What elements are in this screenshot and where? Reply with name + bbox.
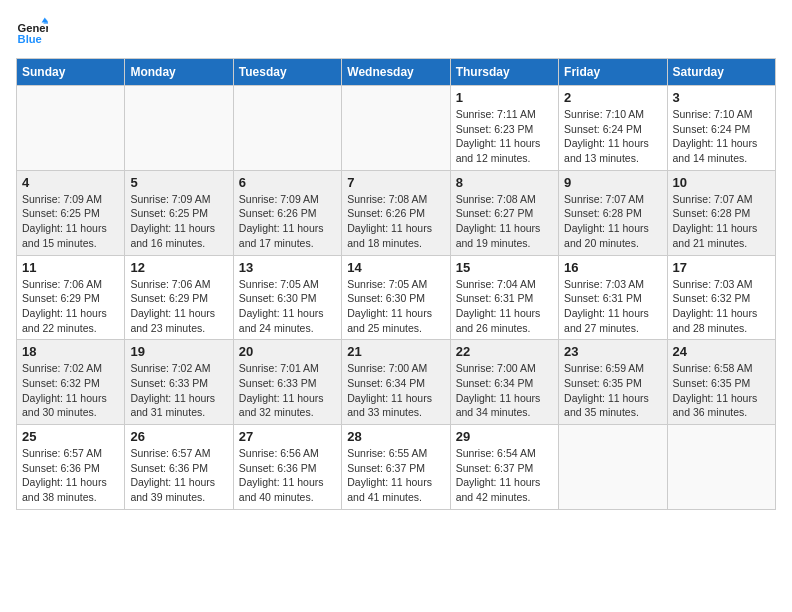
day-number: 18: [22, 344, 119, 359]
day-info: Sunrise: 7:06 AM Sunset: 6:29 PM Dayligh…: [22, 277, 119, 336]
day-info: Sunrise: 7:10 AM Sunset: 6:24 PM Dayligh…: [564, 107, 661, 166]
calendar-cell: 29Sunrise: 6:54 AM Sunset: 6:37 PM Dayli…: [450, 425, 558, 510]
calendar-cell: 11Sunrise: 7:06 AM Sunset: 6:29 PM Dayli…: [17, 255, 125, 340]
calendar-cell: [125, 86, 233, 171]
calendar-cell: [559, 425, 667, 510]
calendar-cell: 3Sunrise: 7:10 AM Sunset: 6:24 PM Daylig…: [667, 86, 775, 171]
calendar-cell: 7Sunrise: 7:08 AM Sunset: 6:26 PM Daylig…: [342, 170, 450, 255]
day-info: Sunrise: 7:08 AM Sunset: 6:27 PM Dayligh…: [456, 192, 553, 251]
day-number: 29: [456, 429, 553, 444]
day-number: 14: [347, 260, 444, 275]
calendar-cell: 2Sunrise: 7:10 AM Sunset: 6:24 PM Daylig…: [559, 86, 667, 171]
calendar-cell: 17Sunrise: 7:03 AM Sunset: 6:32 PM Dayli…: [667, 255, 775, 340]
day-number: 2: [564, 90, 661, 105]
logo-icon: General Blue: [16, 16, 48, 48]
day-info: Sunrise: 7:04 AM Sunset: 6:31 PM Dayligh…: [456, 277, 553, 336]
day-number: 26: [130, 429, 227, 444]
day-number: 22: [456, 344, 553, 359]
day-number: 25: [22, 429, 119, 444]
calendar-cell: 24Sunrise: 6:58 AM Sunset: 6:35 PM Dayli…: [667, 340, 775, 425]
day-info: Sunrise: 7:02 AM Sunset: 6:32 PM Dayligh…: [22, 361, 119, 420]
calendar-cell: 25Sunrise: 6:57 AM Sunset: 6:36 PM Dayli…: [17, 425, 125, 510]
calendar-cell: 26Sunrise: 6:57 AM Sunset: 6:36 PM Dayli…: [125, 425, 233, 510]
day-number: 6: [239, 175, 336, 190]
day-info: Sunrise: 7:09 AM Sunset: 6:25 PM Dayligh…: [22, 192, 119, 251]
calendar-cell: 23Sunrise: 6:59 AM Sunset: 6:35 PM Dayli…: [559, 340, 667, 425]
weekday-header-thursday: Thursday: [450, 59, 558, 86]
day-number: 20: [239, 344, 336, 359]
calendar-cell: 27Sunrise: 6:56 AM Sunset: 6:36 PM Dayli…: [233, 425, 341, 510]
calendar-cell: 4Sunrise: 7:09 AM Sunset: 6:25 PM Daylig…: [17, 170, 125, 255]
calendar-cell: 10Sunrise: 7:07 AM Sunset: 6:28 PM Dayli…: [667, 170, 775, 255]
day-number: 15: [456, 260, 553, 275]
calendar-cell: 12Sunrise: 7:06 AM Sunset: 6:29 PM Dayli…: [125, 255, 233, 340]
day-info: Sunrise: 6:57 AM Sunset: 6:36 PM Dayligh…: [22, 446, 119, 505]
calendar-cell: 18Sunrise: 7:02 AM Sunset: 6:32 PM Dayli…: [17, 340, 125, 425]
weekday-header-wednesday: Wednesday: [342, 59, 450, 86]
day-info: Sunrise: 7:05 AM Sunset: 6:30 PM Dayligh…: [239, 277, 336, 336]
day-info: Sunrise: 6:57 AM Sunset: 6:36 PM Dayligh…: [130, 446, 227, 505]
calendar-cell: 22Sunrise: 7:00 AM Sunset: 6:34 PM Dayli…: [450, 340, 558, 425]
day-info: Sunrise: 7:00 AM Sunset: 6:34 PM Dayligh…: [347, 361, 444, 420]
day-number: 8: [456, 175, 553, 190]
day-info: Sunrise: 7:00 AM Sunset: 6:34 PM Dayligh…: [456, 361, 553, 420]
day-info: Sunrise: 7:03 AM Sunset: 6:31 PM Dayligh…: [564, 277, 661, 336]
day-number: 24: [673, 344, 770, 359]
calendar-cell: 15Sunrise: 7:04 AM Sunset: 6:31 PM Dayli…: [450, 255, 558, 340]
calendar-table: SundayMondayTuesdayWednesdayThursdayFrid…: [16, 58, 776, 510]
calendar-cell: [342, 86, 450, 171]
calendar-cell: 6Sunrise: 7:09 AM Sunset: 6:26 PM Daylig…: [233, 170, 341, 255]
calendar-cell: 16Sunrise: 7:03 AM Sunset: 6:31 PM Dayli…: [559, 255, 667, 340]
day-number: 21: [347, 344, 444, 359]
weekday-header-tuesday: Tuesday: [233, 59, 341, 86]
day-number: 17: [673, 260, 770, 275]
page-header: General Blue: [16, 16, 776, 48]
day-info: Sunrise: 6:56 AM Sunset: 6:36 PM Dayligh…: [239, 446, 336, 505]
calendar-cell: 14Sunrise: 7:05 AM Sunset: 6:30 PM Dayli…: [342, 255, 450, 340]
day-info: Sunrise: 7:06 AM Sunset: 6:29 PM Dayligh…: [130, 277, 227, 336]
day-info: Sunrise: 7:08 AM Sunset: 6:26 PM Dayligh…: [347, 192, 444, 251]
calendar-cell: 13Sunrise: 7:05 AM Sunset: 6:30 PM Dayli…: [233, 255, 341, 340]
calendar-cell: [17, 86, 125, 171]
calendar-cell: 20Sunrise: 7:01 AM Sunset: 6:33 PM Dayli…: [233, 340, 341, 425]
day-number: 1: [456, 90, 553, 105]
day-info: Sunrise: 6:54 AM Sunset: 6:37 PM Dayligh…: [456, 446, 553, 505]
day-info: Sunrise: 7:10 AM Sunset: 6:24 PM Dayligh…: [673, 107, 770, 166]
day-number: 13: [239, 260, 336, 275]
calendar-cell: [233, 86, 341, 171]
calendar-cell: 1Sunrise: 7:11 AM Sunset: 6:23 PM Daylig…: [450, 86, 558, 171]
day-number: 16: [564, 260, 661, 275]
day-number: 23: [564, 344, 661, 359]
calendar-cell: 28Sunrise: 6:55 AM Sunset: 6:37 PM Dayli…: [342, 425, 450, 510]
day-info: Sunrise: 7:09 AM Sunset: 6:25 PM Dayligh…: [130, 192, 227, 251]
day-info: Sunrise: 7:07 AM Sunset: 6:28 PM Dayligh…: [673, 192, 770, 251]
calendar-cell: 8Sunrise: 7:08 AM Sunset: 6:27 PM Daylig…: [450, 170, 558, 255]
weekday-header-saturday: Saturday: [667, 59, 775, 86]
day-number: 27: [239, 429, 336, 444]
day-number: 7: [347, 175, 444, 190]
day-number: 4: [22, 175, 119, 190]
day-number: 10: [673, 175, 770, 190]
weekday-header-sunday: Sunday: [17, 59, 125, 86]
day-info: Sunrise: 7:07 AM Sunset: 6:28 PM Dayligh…: [564, 192, 661, 251]
day-info: Sunrise: 6:59 AM Sunset: 6:35 PM Dayligh…: [564, 361, 661, 420]
day-number: 19: [130, 344, 227, 359]
calendar-cell: 5Sunrise: 7:09 AM Sunset: 6:25 PM Daylig…: [125, 170, 233, 255]
day-number: 28: [347, 429, 444, 444]
day-info: Sunrise: 6:58 AM Sunset: 6:35 PM Dayligh…: [673, 361, 770, 420]
day-info: Sunrise: 6:55 AM Sunset: 6:37 PM Dayligh…: [347, 446, 444, 505]
day-number: 12: [130, 260, 227, 275]
weekday-header-monday: Monday: [125, 59, 233, 86]
day-info: Sunrise: 7:09 AM Sunset: 6:26 PM Dayligh…: [239, 192, 336, 251]
calendar-cell: 19Sunrise: 7:02 AM Sunset: 6:33 PM Dayli…: [125, 340, 233, 425]
day-number: 11: [22, 260, 119, 275]
svg-text:Blue: Blue: [18, 33, 42, 45]
day-number: 5: [130, 175, 227, 190]
day-info: Sunrise: 7:03 AM Sunset: 6:32 PM Dayligh…: [673, 277, 770, 336]
day-info: Sunrise: 7:02 AM Sunset: 6:33 PM Dayligh…: [130, 361, 227, 420]
day-info: Sunrise: 7:05 AM Sunset: 6:30 PM Dayligh…: [347, 277, 444, 336]
day-info: Sunrise: 7:01 AM Sunset: 6:33 PM Dayligh…: [239, 361, 336, 420]
logo: General Blue: [16, 16, 48, 48]
calendar-cell: 9Sunrise: 7:07 AM Sunset: 6:28 PM Daylig…: [559, 170, 667, 255]
calendar-cell: [667, 425, 775, 510]
